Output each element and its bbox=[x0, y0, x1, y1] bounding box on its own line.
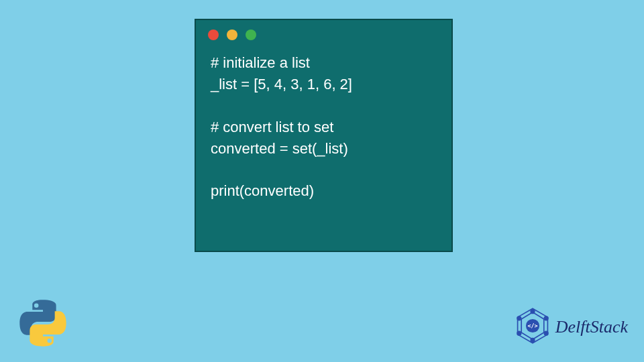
svg-point-4 bbox=[544, 331, 548, 335]
brand-name: DelftStack bbox=[555, 317, 628, 337]
window-maximize-dot bbox=[246, 29, 256, 40]
window-titlebar bbox=[196, 20, 451, 46]
python-logo-icon bbox=[19, 299, 67, 350]
svg-text:</>: </> bbox=[527, 322, 537, 329]
code-line-5: converted = set(_list) bbox=[211, 140, 348, 157]
code-line-4: # convert list to set bbox=[211, 119, 333, 135]
code-line-1: # initialize a list bbox=[211, 54, 310, 71]
svg-point-3 bbox=[544, 316, 548, 320]
brand-logo-icon: </> bbox=[514, 307, 551, 347]
window-close-dot bbox=[208, 29, 219, 40]
svg-point-5 bbox=[531, 338, 535, 342]
code-body: # initialize a list _list = [5, 4, 3, 1,… bbox=[196, 46, 451, 214]
code-window: # initialize a list _list = [5, 4, 3, 1,… bbox=[195, 19, 453, 252]
code-line-2: _list = [5, 4, 3, 1, 6, 2] bbox=[211, 76, 352, 93]
svg-point-6 bbox=[517, 331, 521, 335]
window-minimize-dot bbox=[227, 29, 237, 40]
svg-point-7 bbox=[517, 316, 521, 320]
brand: </> DelftStack bbox=[514, 307, 628, 347]
code-line-7: print(converted) bbox=[211, 182, 314, 199]
svg-point-2 bbox=[531, 310, 535, 314]
